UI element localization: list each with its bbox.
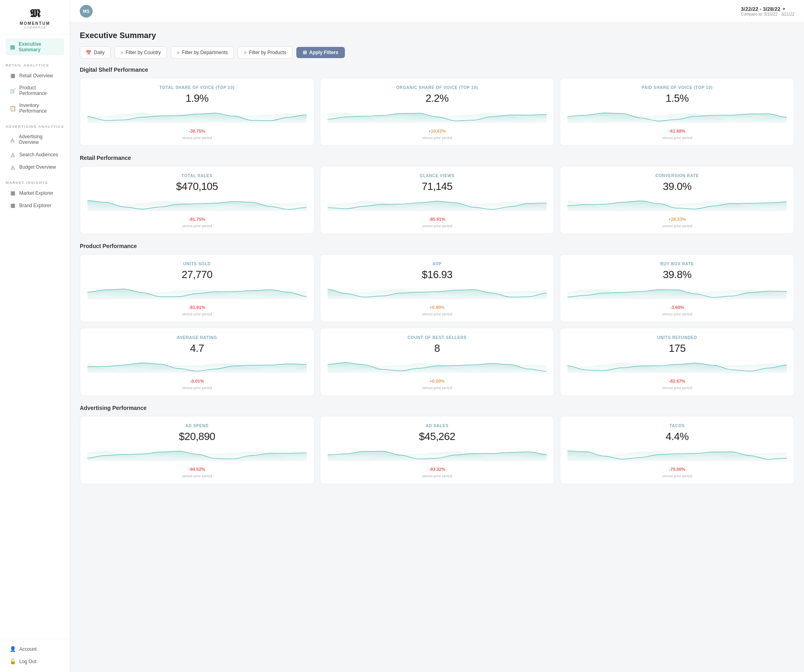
metric-value: $45,262 xyxy=(328,430,547,443)
market-insights-section: MARKET INSIGHTS ▦ Market Explorer ▦ Bran… xyxy=(0,175,70,214)
departments-filter-button[interactable]: ≡ Filter by Departments xyxy=(171,46,234,59)
daily-filter-label: Daily xyxy=(94,50,105,55)
sidebar-item-account[interactable]: 👤 Account xyxy=(6,643,64,655)
metric-value: 39.0% xyxy=(567,180,787,193)
metric-change-value: +0.00% xyxy=(328,379,547,383)
metric-wave-chart xyxy=(328,447,547,461)
sidebar-item-search-audiences[interactable]: ◬ Search Audiences xyxy=(6,149,64,160)
metric-change-value: +0.90% xyxy=(328,305,547,310)
metric-value: 2.2% xyxy=(328,92,547,105)
apply-filters-label: Apply Filters xyxy=(309,50,338,55)
sidebar-item-advertising-overview[interactable]: ◬ Advertising Overview xyxy=(6,131,64,148)
metric-change-label: versus prior period xyxy=(662,136,692,140)
metric-change-value: -61.68% xyxy=(567,129,787,133)
metric-label: GLANCE VIEWS xyxy=(328,174,547,178)
sidebar-item-label: Advertising Overview xyxy=(19,134,60,145)
sidebar-item-budget-overview[interactable]: ◬ Budget Overview xyxy=(6,161,64,173)
filter-country-icon: ≡ xyxy=(121,50,123,55)
apply-filter-icon: ⊞ xyxy=(303,50,307,55)
metric-card: AD SALES $45,262 -93.32% versus prior pe… xyxy=(320,416,555,484)
metric-change: -81.91% versus prior period xyxy=(87,305,307,317)
sidebar-item-executive-summary[interactable]: ▤ Executive Summary xyxy=(6,38,64,55)
advertising-analytics-section: ADVERTISING ANALYTICS ◬ Advertising Over… xyxy=(0,119,70,175)
metric-wave-chart xyxy=(87,447,307,461)
metric-label: ASP xyxy=(328,262,547,266)
metric-change-label: versus prior period xyxy=(422,224,452,228)
sidebar: 𝕸 MOMENTUM COMMERCE ▤ Executive Summary … xyxy=(0,0,70,672)
metric-change-label: versus prior period xyxy=(662,312,692,316)
metric-change-value: -30.75% xyxy=(87,129,307,133)
metric-change-label: versus prior period xyxy=(182,224,212,228)
metrics-grid: TOTAL SALES $470,105 -81.75% versus prio… xyxy=(80,166,794,234)
metric-label: COUNT OF BEST SELLERS xyxy=(328,335,547,340)
daily-filter-button[interactable]: 📅 Daily xyxy=(80,46,111,59)
metric-value: 4.7 xyxy=(87,342,307,355)
metric-change-label: versus prior period xyxy=(422,474,452,478)
logo-icon: 𝕸 xyxy=(30,7,40,20)
grid2-icon: ▦ xyxy=(10,190,16,196)
metric-change-label: versus prior period xyxy=(422,386,452,390)
sidebar-item-brand-explorer[interactable]: ▦ Brand Explorer xyxy=(6,200,64,211)
metric-change-label: versus prior period xyxy=(662,474,692,478)
metric-change-value: -81.91% xyxy=(87,305,307,310)
country-filter-button[interactable]: ≡ Filter by Country xyxy=(115,46,167,59)
triangle-icon: ◬ xyxy=(10,137,16,143)
date-range[interactable]: 3/22/22 - 3/28/22 ▼ xyxy=(741,6,794,12)
apply-filters-button[interactable]: ⊞ Apply Filters xyxy=(296,47,345,58)
metric-card: ASP $16.93 +0.90% versus prior period xyxy=(320,254,555,322)
metric-wave-chart xyxy=(567,359,787,373)
box-icon: 📋 xyxy=(10,105,16,111)
sidebar-item-inventory-performance[interactable]: 📋 Inventory Performance xyxy=(6,100,64,117)
metric-wave-chart xyxy=(328,285,547,299)
metric-change-value: -70.00% xyxy=(567,467,787,472)
metric-card: TOTAL SHARE OF VOICE (TOP 10) 1.9% -30.7… xyxy=(80,78,314,146)
metric-wave-chart xyxy=(87,197,307,211)
metric-wave-chart xyxy=(328,359,547,373)
avatar: MS xyxy=(80,5,93,18)
metric-wave-chart xyxy=(567,285,787,299)
sidebar-item-logout[interactable]: 🔓 Log Out xyxy=(6,656,64,667)
metric-card: TOTAL SALES $470,105 -81.75% versus prio… xyxy=(80,166,314,234)
metric-value: 27,770 xyxy=(87,268,307,281)
metric-change-value: -93.32% xyxy=(328,467,547,472)
grid3-icon: ▦ xyxy=(10,202,16,208)
metric-change: -93.32% versus prior period xyxy=(328,467,547,479)
metric-change-label: versus prior period xyxy=(662,224,692,228)
metric-value: 39.8% xyxy=(567,268,787,281)
filter-products-icon: ≡ xyxy=(244,50,246,55)
sidebar-item-product-performance[interactable]: 🛒 Product Performance xyxy=(6,82,64,99)
metric-wave-chart xyxy=(87,109,307,123)
sidebar-item-label: Brand Explorer xyxy=(19,203,51,208)
metric-change: -61.68% versus prior period xyxy=(567,129,787,141)
cart-icon: 🛒 xyxy=(10,88,16,94)
metric-label: BUY BOX RATE xyxy=(567,262,787,266)
metric-value: 1.9% xyxy=(87,92,307,105)
sidebar-item-label: Product Performance xyxy=(19,85,60,96)
metric-value: $16.93 xyxy=(328,268,547,281)
metric-change-label: versus prior period xyxy=(662,386,692,390)
metric-card: BUY BOX RATE 39.8% -3.60% versus prior p… xyxy=(560,254,794,322)
filter-bar: 📅 Daily ≡ Filter by Country ≡ Filter by … xyxy=(80,46,794,59)
metric-change-label: versus prior period xyxy=(422,136,452,140)
sidebar-bottom: 👤 Account 🔓 Log Out xyxy=(0,639,70,672)
metrics-grid: AD SPEND $20,890 -94.52% versus prior pe… xyxy=(80,416,794,484)
metric-change-value: -3.60% xyxy=(567,305,787,310)
metric-label: AD SALES xyxy=(328,424,547,428)
page-title: Executive Summary xyxy=(80,31,794,40)
metric-label: ORGANIC SHARE OF VOICE (TOP 10) xyxy=(328,85,547,90)
metric-value: $470,105 xyxy=(87,180,307,193)
sidebar-item-label: Inventory Performance xyxy=(19,103,60,114)
section-advertising-performance: Advertising Performance AD SPEND $20,890… xyxy=(80,405,794,484)
metric-card: PAID SHARE OF VOICE (TOP 10) 1.5% -61.68… xyxy=(560,78,794,146)
country-filter-label: Filter by Country xyxy=(126,50,161,55)
retail-analytics-section: RETAIL ANALYTICS ▦ Retail Overview 🛒 Pro… xyxy=(0,58,70,119)
top-bar-left: MS xyxy=(80,5,93,18)
products-filter-button[interactable]: ≡ Filter by Products xyxy=(238,46,292,59)
metric-change: +10.62% versus prior period xyxy=(328,129,547,141)
metric-value: 4.4% xyxy=(567,430,787,443)
market-insights-label: MARKET INSIGHTS xyxy=(6,181,64,185)
sidebar-item-retail-overview[interactable]: ▦ Retail Overview xyxy=(6,70,64,81)
sidebar-item-market-explorer[interactable]: ▦ Market Explorer xyxy=(6,187,64,199)
metric-change-value: -81.75% xyxy=(87,217,307,222)
logo-sub: COMMERCE xyxy=(6,26,63,29)
